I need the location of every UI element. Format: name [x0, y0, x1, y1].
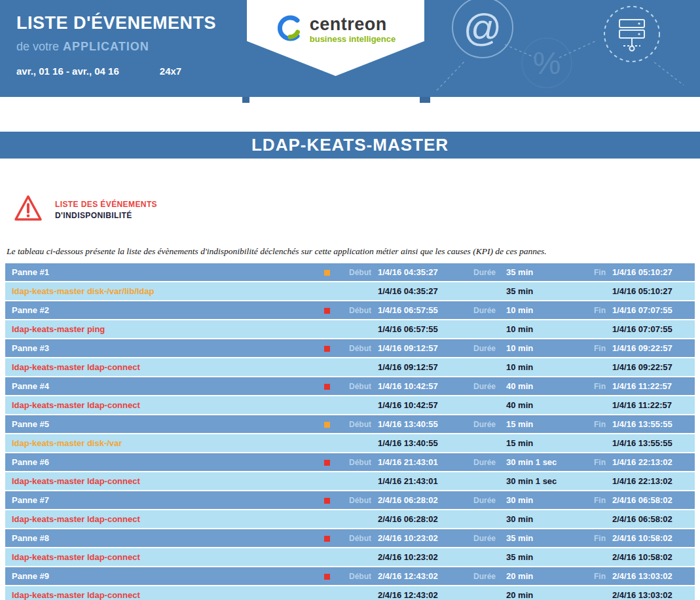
kpi-duration: 30 min 1 sec	[496, 476, 580, 486]
event-name: Panne #8	[12, 533, 324, 543]
kpi-duration: 20 min	[496, 590, 580, 600]
event-row: Panne #6Début1/4/16 21:43:01Durée30 min …	[5, 453, 695, 471]
event-name: Panne #3	[12, 343, 324, 353]
subtitle-application: APPLICATION	[63, 40, 149, 53]
event-duration: 10 min	[496, 305, 580, 315]
event-row: Panne #2Début1/4/16 06:57:55Durée10 minF…	[5, 301, 695, 319]
duration-label: Durée	[455, 534, 496, 543]
event-name: Panne #7	[12, 495, 324, 505]
end-label: Fin	[580, 382, 606, 391]
kpi-duration: 40 min	[496, 400, 580, 410]
end-label: Fin	[580, 344, 606, 353]
event-start: 1/4/16 21:43:01	[371, 457, 455, 467]
kpi-row: ldap-keats-master disk-/var1/4/16 13:40:…	[5, 434, 695, 452]
report-banner: LISTE D'ÉVENEMENTS de votreAPPLICATION a…	[0, 0, 700, 97]
start-label: Début	[335, 268, 371, 277]
section-title-line1: LISTE DES ÉVÉNEMENTS	[55, 200, 157, 209]
start-label: Début	[335, 572, 371, 581]
start-label: Début	[335, 344, 371, 353]
event-row: Panne #3Début1/4/16 09:12:57Durée10 minF…	[5, 339, 695, 357]
at-icon: @	[452, 0, 513, 58]
kpi-end: 1/4/16 07:07:55	[606, 324, 695, 334]
start-label: Début	[335, 420, 371, 429]
event-duration: 15 min	[496, 419, 580, 429]
event-row: Panne #9Début2/4/16 12:43:02Durée20 minF…	[5, 567, 695, 585]
start-label: Début	[335, 382, 371, 391]
subtitle-prefix: de votre	[16, 40, 59, 53]
event-name: Panne #2	[12, 305, 324, 315]
event-end: 1/4/16 05:10:27	[606, 267, 695, 277]
kpi-duration: 35 min	[496, 552, 580, 562]
event-end: 2/4/16 06:58:02	[606, 495, 695, 505]
kpi-row: ldap-keats-master ldap-connect1/4/16 21:…	[5, 472, 695, 490]
kpi-end: 1/4/16 09:22:57	[606, 362, 695, 372]
event-row: Panne #4Début1/4/16 10:42:57Durée40 minF…	[5, 377, 695, 395]
section-title-line2: D'INDISPONIBILITÉ	[55, 211, 157, 220]
kpi-start: 1/4/16 04:35:27	[371, 286, 455, 296]
severity-indicator	[324, 574, 330, 580]
banner-notches	[0, 97, 700, 103]
kpi-start: 2/4/16 06:28:02	[371, 514, 455, 524]
duration-label: Durée	[455, 572, 496, 581]
kpi-end: 1/4/16 22:13:02	[606, 476, 695, 486]
logo-tagline: business intelligence	[310, 35, 396, 43]
start-label: Début	[335, 534, 371, 543]
notch-left	[242, 97, 249, 103]
kpi-name: ldap-keats-master disk-/var	[12, 438, 324, 448]
event-start: 2/4/16 12:43:02	[371, 571, 455, 581]
end-label: Fin	[580, 306, 606, 315]
table-description: Le tableau ci-dessous présente la liste …	[7, 246, 700, 257]
end-label: Fin	[580, 458, 606, 467]
event-row: Panne #8Début2/4/16 10:23:02Durée35 minF…	[5, 529, 695, 547]
event-end: 2/4/16 13:03:02	[606, 571, 695, 581]
severity-indicator	[324, 536, 330, 542]
kpi-name: ldap-keats-master ldap-connect	[12, 590, 324, 600]
kpi-duration: 10 min	[496, 324, 580, 334]
kpi-row: ldap-keats-master ldap-connect2/4/16 10:…	[5, 548, 695, 566]
event-duration: 35 min	[496, 533, 580, 543]
kpi-duration: 15 min	[496, 438, 580, 448]
svg-text:%: %	[533, 46, 561, 81]
percent-icon: %	[522, 38, 572, 88]
event-end: 1/4/16 22:13:02	[606, 457, 695, 467]
kpi-name: ldap-keats-master ldap-connect	[12, 400, 324, 410]
server-icon	[604, 7, 659, 62]
duration-label: Durée	[455, 306, 496, 315]
kpi-end: 2/4/16 13:03:02	[606, 590, 695, 600]
event-start: 1/4/16 13:40:55	[371, 419, 455, 429]
event-end: 1/4/16 07:07:55	[606, 305, 695, 315]
kpi-row: ldap-keats-master ldap-connect1/4/16 09:…	[5, 358, 695, 376]
event-duration: 30 min	[496, 495, 580, 505]
start-label: Début	[335, 496, 371, 505]
kpi-name: ldap-keats-master ldap-connect	[12, 552, 324, 562]
events-table: Panne #1Début1/4/16 04:35:27Durée35 minF…	[5, 263, 695, 600]
event-end: 2/4/16 10:58:02	[606, 533, 695, 543]
kpi-name: ldap-keats-master ldap-connect	[12, 476, 324, 486]
event-row: Panne #7Début2/4/16 06:28:02Durée30 minF…	[5, 491, 695, 509]
end-label: Fin	[580, 572, 606, 581]
end-label: Fin	[580, 420, 606, 429]
kpi-name: ldap-keats-master disk-/var/lib/ldap	[12, 286, 324, 296]
severity-indicator	[324, 422, 330, 428]
end-label: Fin	[580, 268, 606, 277]
event-end: 1/4/16 13:55:55	[606, 419, 695, 429]
event-name: Panne #6	[12, 457, 324, 467]
event-duration: 10 min	[496, 343, 580, 353]
severity-indicator	[324, 346, 330, 352]
severity-indicator	[324, 308, 330, 314]
kpi-start: 1/4/16 13:40:55	[371, 438, 455, 448]
duration-label: Durée	[455, 420, 496, 429]
severity-indicator	[324, 460, 330, 466]
duration-label: Durée	[455, 458, 496, 467]
kpi-duration: 30 min	[496, 514, 580, 524]
event-row: Panne #5Début1/4/16 13:40:55Durée15 minF…	[5, 415, 695, 433]
kpi-row: ldap-keats-master ldap-connect2/4/16 06:…	[5, 510, 695, 528]
kpi-end: 2/4/16 10:58:02	[606, 552, 695, 562]
event-duration: 20 min	[496, 571, 580, 581]
start-label: Début	[335, 458, 371, 467]
unavailability-section-header: LISTE DES ÉVÉNEMENTS D'INDISPONIBILITÉ	[13, 194, 700, 225]
duration-label: Durée	[455, 268, 496, 277]
event-start: 1/4/16 04:35:27	[371, 267, 455, 277]
kpi-end: 1/4/16 05:10:27	[606, 286, 695, 296]
event-duration: 30 min 1 sec	[496, 457, 580, 467]
